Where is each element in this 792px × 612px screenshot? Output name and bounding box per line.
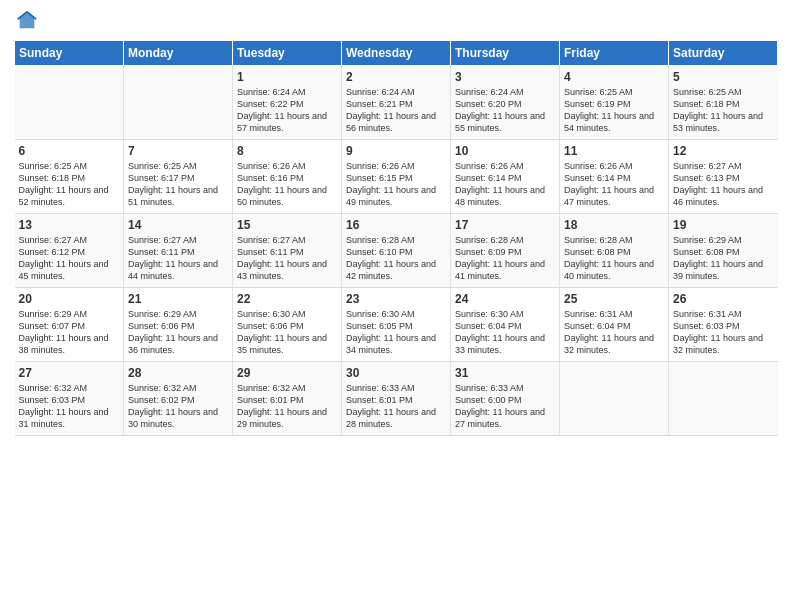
day-number: 22 [237,292,337,306]
day-number: 3 [455,70,555,84]
calendar-cell: 3Sunrise: 6:24 AM Sunset: 6:20 PM Daylig… [451,66,560,140]
day-info: Sunrise: 6:32 AM Sunset: 6:02 PM Dayligh… [128,382,228,431]
weekday-header-row: SundayMondayTuesdayWednesdayThursdayFrid… [15,41,778,66]
calendar-table: SundayMondayTuesdayWednesdayThursdayFrid… [14,40,778,436]
day-info: Sunrise: 6:27 AM Sunset: 6:13 PM Dayligh… [673,160,774,209]
day-number: 10 [455,144,555,158]
day-number: 19 [673,218,774,232]
day-info: Sunrise: 6:28 AM Sunset: 6:09 PM Dayligh… [455,234,555,283]
logo [14,10,38,32]
day-number: 24 [455,292,555,306]
calendar-cell: 7Sunrise: 6:25 AM Sunset: 6:17 PM Daylig… [124,140,233,214]
calendar-cell: 25Sunrise: 6:31 AM Sunset: 6:04 PM Dayli… [560,288,669,362]
day-info: Sunrise: 6:27 AM Sunset: 6:12 PM Dayligh… [19,234,120,283]
weekday-header-thursday: Thursday [451,41,560,66]
day-info: Sunrise: 6:24 AM Sunset: 6:20 PM Dayligh… [455,86,555,135]
day-info: Sunrise: 6:26 AM Sunset: 6:14 PM Dayligh… [455,160,555,209]
day-info: Sunrise: 6:26 AM Sunset: 6:16 PM Dayligh… [237,160,337,209]
day-info: Sunrise: 6:29 AM Sunset: 6:08 PM Dayligh… [673,234,774,283]
day-info: Sunrise: 6:33 AM Sunset: 6:00 PM Dayligh… [455,382,555,431]
calendar-cell [669,362,778,436]
weekday-header-saturday: Saturday [669,41,778,66]
page-container: SundayMondayTuesdayWednesdayThursdayFrid… [0,0,792,444]
day-info: Sunrise: 6:26 AM Sunset: 6:14 PM Dayligh… [564,160,664,209]
calendar-cell: 30Sunrise: 6:33 AM Sunset: 6:01 PM Dayli… [342,362,451,436]
day-info: Sunrise: 6:32 AM Sunset: 6:03 PM Dayligh… [19,382,120,431]
calendar-week-row: 13Sunrise: 6:27 AM Sunset: 6:12 PM Dayli… [15,214,778,288]
day-number: 13 [19,218,120,232]
day-number: 18 [564,218,664,232]
day-info: Sunrise: 6:29 AM Sunset: 6:06 PM Dayligh… [128,308,228,357]
day-number: 28 [128,366,228,380]
day-number: 1 [237,70,337,84]
day-info: Sunrise: 6:25 AM Sunset: 6:17 PM Dayligh… [128,160,228,209]
day-number: 20 [19,292,120,306]
day-info: Sunrise: 6:30 AM Sunset: 6:04 PM Dayligh… [455,308,555,357]
weekday-header-monday: Monday [124,41,233,66]
day-number: 9 [346,144,446,158]
day-number: 11 [564,144,664,158]
weekday-header-friday: Friday [560,41,669,66]
day-number: 14 [128,218,228,232]
day-info: Sunrise: 6:27 AM Sunset: 6:11 PM Dayligh… [128,234,228,283]
day-info: Sunrise: 6:33 AM Sunset: 6:01 PM Dayligh… [346,382,446,431]
calendar-week-row: 6Sunrise: 6:25 AM Sunset: 6:18 PM Daylig… [15,140,778,214]
calendar-cell: 27Sunrise: 6:32 AM Sunset: 6:03 PM Dayli… [15,362,124,436]
calendar-cell: 9Sunrise: 6:26 AM Sunset: 6:15 PM Daylig… [342,140,451,214]
day-number: 27 [19,366,120,380]
calendar-cell: 8Sunrise: 6:26 AM Sunset: 6:16 PM Daylig… [233,140,342,214]
day-info: Sunrise: 6:26 AM Sunset: 6:15 PM Dayligh… [346,160,446,209]
calendar-cell: 4Sunrise: 6:25 AM Sunset: 6:19 PM Daylig… [560,66,669,140]
weekday-header-wednesday: Wednesday [342,41,451,66]
calendar-cell: 22Sunrise: 6:30 AM Sunset: 6:06 PM Dayli… [233,288,342,362]
weekday-header-sunday: Sunday [15,41,124,66]
day-info: Sunrise: 6:24 AM Sunset: 6:21 PM Dayligh… [346,86,446,135]
calendar-cell: 17Sunrise: 6:28 AM Sunset: 6:09 PM Dayli… [451,214,560,288]
calendar-cell: 2Sunrise: 6:24 AM Sunset: 6:21 PM Daylig… [342,66,451,140]
day-number: 30 [346,366,446,380]
calendar-cell: 29Sunrise: 6:32 AM Sunset: 6:01 PM Dayli… [233,362,342,436]
calendar-cell: 10Sunrise: 6:26 AM Sunset: 6:14 PM Dayli… [451,140,560,214]
calendar-cell: 13Sunrise: 6:27 AM Sunset: 6:12 PM Dayli… [15,214,124,288]
day-number: 12 [673,144,774,158]
logo-icon [16,10,38,32]
calendar-cell [124,66,233,140]
calendar-cell: 26Sunrise: 6:31 AM Sunset: 6:03 PM Dayli… [669,288,778,362]
calendar-cell: 31Sunrise: 6:33 AM Sunset: 6:00 PM Dayli… [451,362,560,436]
calendar-week-row: 1Sunrise: 6:24 AM Sunset: 6:22 PM Daylig… [15,66,778,140]
calendar-cell: 28Sunrise: 6:32 AM Sunset: 6:02 PM Dayli… [124,362,233,436]
calendar-week-row: 20Sunrise: 6:29 AM Sunset: 6:07 PM Dayli… [15,288,778,362]
day-number: 5 [673,70,774,84]
calendar-cell: 21Sunrise: 6:29 AM Sunset: 6:06 PM Dayli… [124,288,233,362]
calendar-cell: 5Sunrise: 6:25 AM Sunset: 6:18 PM Daylig… [669,66,778,140]
calendar-cell: 23Sunrise: 6:30 AM Sunset: 6:05 PM Dayli… [342,288,451,362]
day-number: 15 [237,218,337,232]
day-info: Sunrise: 6:28 AM Sunset: 6:10 PM Dayligh… [346,234,446,283]
day-info: Sunrise: 6:31 AM Sunset: 6:04 PM Dayligh… [564,308,664,357]
calendar-cell: 18Sunrise: 6:28 AM Sunset: 6:08 PM Dayli… [560,214,669,288]
calendar-cell [15,66,124,140]
day-number: 23 [346,292,446,306]
day-info: Sunrise: 6:25 AM Sunset: 6:18 PM Dayligh… [673,86,774,135]
day-number: 26 [673,292,774,306]
day-number: 16 [346,218,446,232]
day-number: 8 [237,144,337,158]
day-number: 31 [455,366,555,380]
header [14,10,778,32]
calendar-cell: 16Sunrise: 6:28 AM Sunset: 6:10 PM Dayli… [342,214,451,288]
day-info: Sunrise: 6:28 AM Sunset: 6:08 PM Dayligh… [564,234,664,283]
calendar-cell: 20Sunrise: 6:29 AM Sunset: 6:07 PM Dayli… [15,288,124,362]
day-info: Sunrise: 6:29 AM Sunset: 6:07 PM Dayligh… [19,308,120,357]
day-info: Sunrise: 6:30 AM Sunset: 6:05 PM Dayligh… [346,308,446,357]
calendar-cell: 11Sunrise: 6:26 AM Sunset: 6:14 PM Dayli… [560,140,669,214]
day-number: 6 [19,144,120,158]
calendar-cell: 14Sunrise: 6:27 AM Sunset: 6:11 PM Dayli… [124,214,233,288]
calendar-cell: 1Sunrise: 6:24 AM Sunset: 6:22 PM Daylig… [233,66,342,140]
day-number: 29 [237,366,337,380]
calendar-cell: 6Sunrise: 6:25 AM Sunset: 6:18 PM Daylig… [15,140,124,214]
calendar-week-row: 27Sunrise: 6:32 AM Sunset: 6:03 PM Dayli… [15,362,778,436]
day-number: 7 [128,144,228,158]
day-number: 25 [564,292,664,306]
day-number: 2 [346,70,446,84]
calendar-cell: 19Sunrise: 6:29 AM Sunset: 6:08 PM Dayli… [669,214,778,288]
